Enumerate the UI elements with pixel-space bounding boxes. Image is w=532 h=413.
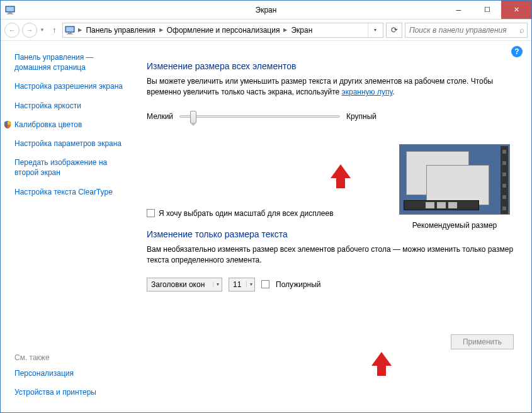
font-size-select[interactable]: 11 ▾ xyxy=(229,278,255,291)
minimize-button[interactable]: ─ xyxy=(444,1,473,19)
titlebar: Экран ─ ☐ ✕ xyxy=(1,1,531,20)
navbar: ← → ▼ ↑ ▶ Панель управления ▶ Оформление… xyxy=(1,20,531,41)
preview-image xyxy=(399,144,510,215)
app-icon xyxy=(1,1,20,20)
desc1-part-c: . xyxy=(392,88,394,96)
sidebar-item-resolution[interactable]: Настройка разрешения экрана xyxy=(14,81,132,91)
see-also-header: См. также xyxy=(14,353,132,362)
search-icon[interactable]: ⌕ xyxy=(519,25,524,35)
apply-button[interactable]: Применить xyxy=(451,334,514,349)
chevron-right-icon[interactable]: ▶ xyxy=(282,27,288,33)
sidebar-item-cleartype[interactable]: Настройка текста ClearType xyxy=(14,187,132,197)
bold-checkbox[interactable] xyxy=(261,280,269,288)
shield-icon xyxy=(3,120,12,129)
preview-caption: Рекомендуемый размер xyxy=(398,221,511,230)
description-1: Вы можете увеличить или уменьшить размер… xyxy=(147,76,514,98)
svg-rect-3 xyxy=(7,13,13,14)
element-select-value: Заголовки окон xyxy=(151,280,205,289)
description-2: Вам необязательно изменять размер всех э… xyxy=(147,244,514,266)
scale-slider[interactable] xyxy=(179,115,340,118)
magnifier-link[interactable]: экранную лупу xyxy=(342,88,393,96)
see-also: См. также Персонализация Устройства и пр… xyxy=(14,353,132,406)
maximize-button[interactable]: ☐ xyxy=(473,1,501,19)
apply-button-label: Применить xyxy=(463,337,502,346)
slider-min-label: Мелкий xyxy=(147,112,173,121)
sidebar-home[interactable]: Панель управления — домашняя страница xyxy=(14,52,132,72)
sidebar-home-line2: домашняя страница xyxy=(14,63,86,72)
scale-slider-row: Мелкий Крупный xyxy=(147,112,514,121)
breadcrumb-leaf[interactable]: Экран xyxy=(288,26,315,35)
see-also-devices[interactable]: Устройства и принтеры xyxy=(14,387,132,397)
search-input[interactable] xyxy=(408,25,519,35)
chevron-right-icon[interactable]: ▶ xyxy=(77,27,83,33)
slider-thumb[interactable] xyxy=(190,111,196,123)
svg-rect-6 xyxy=(68,33,72,34)
text-size-controls: Заголовки окон ▾ 11 ▾ Полужирный xyxy=(147,278,514,291)
desc1-part-a: Вы можете увеличить или уменьшить размер… xyxy=(147,77,493,96)
up-button[interactable]: ↑ xyxy=(48,25,60,35)
element-select[interactable]: Заголовки окон ▾ xyxy=(147,278,222,291)
sidebar-home-line1: Панель управления — xyxy=(14,53,94,62)
svg-rect-7 xyxy=(67,33,73,34)
help-icon[interactable]: ? xyxy=(511,46,523,57)
address-dropdown[interactable]: ▾ xyxy=(368,23,382,37)
single-scale-label: Я хочу выбрать один масштаб для всех дис… xyxy=(159,209,334,218)
chevron-down-icon: ▾ xyxy=(213,281,219,287)
chevron-right-icon[interactable]: ▶ xyxy=(158,27,164,33)
preview-box: Рекомендуемый размер xyxy=(398,144,511,230)
breadcrumb-root[interactable]: Панель управления xyxy=(83,26,157,35)
window-controls: ─ ☐ ✕ xyxy=(444,1,531,19)
content: Панель управления — домашняя страница На… xyxy=(1,41,531,412)
svg-rect-2 xyxy=(8,13,12,14)
annotation-arrow-1 xyxy=(331,164,350,190)
annotation-arrow-2 xyxy=(372,352,391,377)
chevron-down-icon: ▾ xyxy=(246,281,252,287)
svg-rect-5 xyxy=(66,27,74,31)
sidebar-item-project[interactable]: Передать изображение на второй экран xyxy=(14,157,132,178)
slider-max-label: Крупный xyxy=(346,112,376,121)
search-box[interactable]: ⌕ xyxy=(405,23,528,38)
see-also-personalization[interactable]: Персонализация xyxy=(14,368,132,378)
sidebar-item-display-params[interactable]: Настройка параметров экрана xyxy=(14,139,132,149)
sidebar-item-brightness[interactable]: Настройка яркости xyxy=(14,101,132,111)
location-icon xyxy=(64,25,76,36)
section-title-2: Изменение только размера текста xyxy=(147,229,514,239)
close-button[interactable]: ✕ xyxy=(501,1,531,19)
sidebar-item-calibration[interactable]: Калибровка цветов xyxy=(3,120,132,130)
refresh-button[interactable]: ⟳ xyxy=(386,23,402,38)
font-size-value: 11 xyxy=(233,280,241,289)
sidebar-item-calibration-link[interactable]: Калибровка цветов xyxy=(14,120,82,130)
single-scale-checkbox[interactable] xyxy=(147,209,155,217)
forward-button[interactable]: → xyxy=(22,23,37,38)
bold-label: Полужирный xyxy=(276,280,321,289)
history-dropdown[interactable]: ▼ xyxy=(40,27,46,33)
address-bar[interactable]: ▶ Панель управления ▶ Оформление и персо… xyxy=(62,23,383,38)
section-title-1: Изменение размера всех элементов xyxy=(147,61,514,71)
main-panel: ? Изменение размера всех элементов Вы мо… xyxy=(138,41,531,412)
back-button[interactable]: ← xyxy=(4,23,20,38)
sidebar: Панель управления — домашняя страница На… xyxy=(1,41,138,412)
breadcrumb-mid[interactable]: Оформление и персонализация xyxy=(164,26,283,35)
svg-rect-1 xyxy=(6,7,14,11)
